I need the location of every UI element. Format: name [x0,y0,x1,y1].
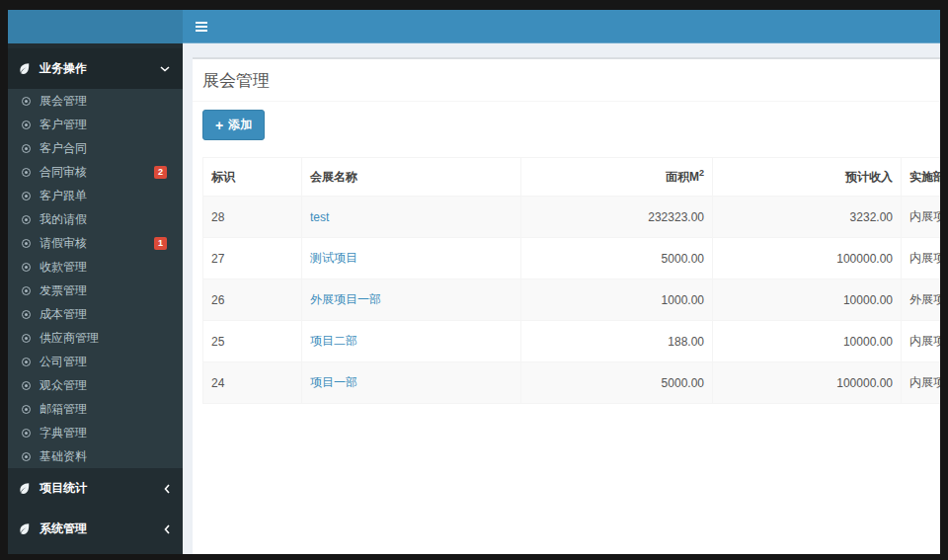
superscript: 2 [699,168,704,178]
top-navbar [183,10,940,43]
cell-dept: 内展项目 [902,238,941,280]
sidebar-item-contract-review[interactable]: 合同审核2 [8,160,183,184]
dot-circle-icon [22,286,31,295]
sidebar-item-label: 公司管理 [40,355,87,368]
sidebar-section-system-management[interactable]: 系统管理 [8,509,183,549]
sidebar-item-label: 观众管理 [40,378,87,392]
cell-name: 项目一部 [302,362,521,404]
sidebar-menu: 业务操作展会管理客户管理客户合同合同审核2客户跟单我的请假请假审核1收款管理发票… [8,48,183,549]
table-header-row: 标识会展名称面积M2预计收入实施部门 [203,158,941,197]
cell-area: 1000.00 [521,280,713,321]
dot-circle-icon [22,310,31,319]
sidebar-item-customer-management[interactable]: 客户管理 [8,113,183,136]
exhibition-table: 标识会展名称面积M2预计收入实施部门 28test232323.003232.0… [202,157,940,404]
sidebar-section-project-statistics[interactable]: 项目统计 [8,468,183,509]
cell-name: 测试项目 [302,238,521,280]
sidebar-section-business-operations[interactable]: 业务操作 [8,48,183,89]
table-row: 25项目二部188.0010000.00内展项目 [203,321,941,362]
sidebar-item-label: 客户合同 [40,141,87,155]
add-button-label: 添加 [228,117,252,133]
main-content: 展会管理 + 添加 标识会展名称面积M2预计收入实施部门 28test23232… [183,43,940,554]
submenu-business-operations: 展会管理客户管理客户合同合同审核2客户跟单我的请假请假审核1收款管理发票管理成本… [8,89,183,468]
cell-dept: 内展项目 [902,362,941,404]
table-row: 24项目一部5000.00100000.00内展项目 [203,362,941,404]
screenshot-frame: { "colors": { "navbar": "#3c8dbc", "logo… [0,0,948,560]
sidebar-item-label: 邮箱管理 [40,402,87,416]
cell-id: 26 [203,280,302,321]
cell-name: 项目二部 [302,321,521,362]
cell-area: 5000.00 [521,238,713,280]
sidebar-item-audience-management[interactable]: 观众管理 [8,373,183,397]
sidebar-item-my-leave[interactable]: 我的请假 [8,207,183,231]
sidebar-item-customer-follow-up[interactable]: 客户跟单 [8,184,183,207]
sidebar-toggle-button[interactable] [183,10,220,43]
panel-body: + 添加 标识会展名称面积M2预计收入实施部门 28test232323.003… [193,102,940,414]
content-panel: 展会管理 + 添加 标识会展名称面积M2预计收入实施部门 28test23232… [193,57,940,554]
cell-area: 232323.00 [521,197,713,238]
plus-icon: + [215,120,223,130]
column-header-area: 面积M2 [521,158,713,197]
cell-revenue: 10000.00 [713,321,902,362]
sidebar-item-basic-data[interactable]: 基础资料 [8,444,183,468]
cell-id: 27 [203,238,302,280]
dot-circle-icon [22,97,31,106]
table-row: 26外展项目一部1000.0010000.00外展项目 [203,280,941,321]
sidebar-section-label: 业务操作 [40,60,87,77]
sidebar-item-exhibition-management[interactable]: 展会管理 [8,89,183,113]
exhibition-link[interactable]: 测试项目 [310,251,357,265]
sidebar-section-label: 项目统计 [40,480,87,497]
cell-id: 28 [203,197,302,238]
sidebar-item-email-management[interactable]: 邮箱管理 [8,397,183,421]
dot-circle-icon [22,263,31,272]
cell-id: 25 [203,321,302,362]
notification-badge: 2 [154,166,167,179]
dot-circle-icon [22,452,31,461]
sidebar-item-payment-management[interactable]: 收款管理 [8,255,183,279]
cell-dept: 内展项目 [902,321,941,362]
dot-circle-icon [22,215,31,224]
sidebar-item-label: 请假审核 [40,236,87,250]
app-window: 业务操作展会管理客户管理客户合同合同审核2客户跟单我的请假请假审核1收款管理发票… [8,10,940,554]
hamburger-icon [196,20,207,34]
sidebar-item-supplier-management[interactable]: 供应商管理 [8,326,183,350]
sidebar-item-label: 客户跟单 [40,189,87,202]
cell-dept: 外展项目 [902,280,941,321]
sidebar-item-cost-management[interactable]: 成本管理 [8,302,183,326]
cell-revenue: 100000.00 [713,238,902,280]
cell-area: 188.00 [521,321,713,362]
dot-circle-icon [22,120,31,129]
cell-revenue: 10000.00 [713,280,902,321]
sidebar-item-customer-contract[interactable]: 客户合同 [8,136,183,160]
cell-name: test [302,197,521,238]
sidebar-item-label: 我的请假 [40,212,87,226]
sidebar-item-label: 展会管理 [40,94,87,108]
table-row: 28test232323.003232.00内展项目 [203,197,941,238]
exhibition-link[interactable]: 项目二部 [310,334,357,348]
exhibition-link[interactable]: test [310,210,329,224]
dot-circle-icon [22,381,31,390]
exhibition-link[interactable]: 项目一部 [310,375,357,389]
sidebar-item-label: 字典管理 [40,426,87,440]
sidebar-item-dictionary-management[interactable]: 字典管理 [8,421,183,444]
sidebar-item-label: 基础资料 [40,449,87,463]
logo-area[interactable] [8,10,183,43]
dot-circle-icon [22,334,31,343]
page-title: 展会管理 [202,69,940,92]
dot-circle-icon [22,405,31,414]
leaf-icon [18,522,31,535]
sidebar-item-label: 供应商管理 [40,331,99,345]
sidebar-item-company-management[interactable]: 公司管理 [8,350,183,373]
dot-circle-icon [22,358,31,366]
sidebar: 业务操作展会管理客户管理客户合同合同审核2客户跟单我的请假请假审核1收款管理发票… [8,43,183,554]
column-header-revenue: 预计收入 [713,158,902,197]
cell-id: 24 [203,362,302,404]
add-button[interactable]: + 添加 [202,110,265,140]
sidebar-item-invoice-management[interactable]: 发票管理 [8,279,183,302]
table-row: 27测试项目5000.00100000.00内展项目 [203,238,941,280]
sidebar-item-label: 收款管理 [40,260,87,274]
dot-circle-icon [22,429,31,438]
sidebar-item-leave-review[interactable]: 请假审核1 [8,231,183,255]
exhibition-link[interactable]: 外展项目一部 [310,292,381,306]
cell-dept: 内展项目 [902,197,941,238]
chevron-left-icon [164,524,170,534]
